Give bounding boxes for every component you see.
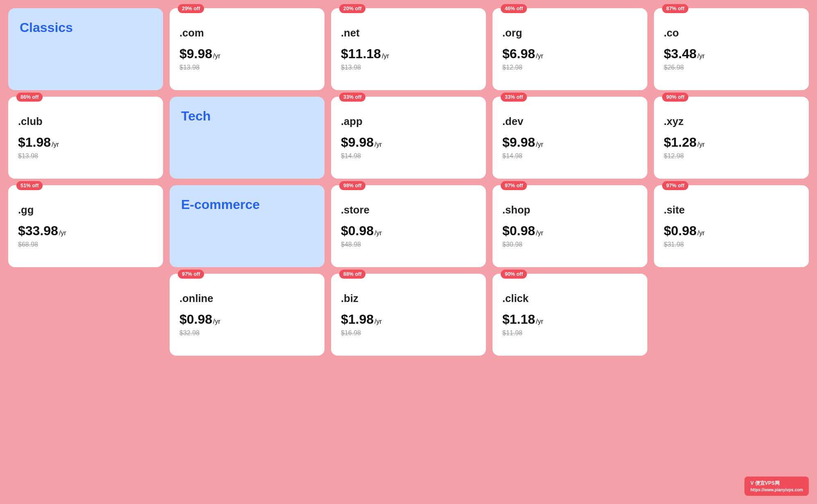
price-unit: /yr — [536, 229, 543, 237]
domain-card[interactable]: 97% off.site$0.98/yr$31.98 — [654, 185, 809, 267]
price-row: $0.98/yr — [341, 223, 476, 238]
category-card: E-commerce — [170, 185, 325, 267]
price-main: $9.98 — [179, 46, 212, 61]
price-main: $33.98 — [18, 223, 58, 238]
domain-name: .site — [664, 204, 799, 216]
domain-name: .online — [179, 293, 315, 304]
price-old: $30.98 — [502, 241, 638, 248]
domain-card[interactable]: 29% off.com$9.98/yr$13.98 — [170, 8, 325, 90]
category-label: Classics — [20, 20, 73, 35]
domain-card[interactable]: 87% off.co$3.48/yr$26.98 — [654, 8, 809, 90]
price-old: $11.98 — [502, 329, 638, 337]
discount-badge: 97% off — [178, 270, 204, 279]
category-card: Tech — [170, 97, 325, 179]
price-old: $14.98 — [341, 152, 476, 160]
price-unit: /yr — [52, 141, 59, 148]
domain-card[interactable]: 46% off.org$6.98/yr$12.98 — [492, 8, 647, 90]
domain-name: .shop — [502, 204, 638, 216]
domain-card[interactable]: 90% off.xyz$1.28/yr$12.98 — [654, 97, 809, 179]
price-unit: /yr — [536, 52, 543, 60]
domain-name: .co — [664, 27, 799, 39]
price-unit: /yr — [213, 318, 220, 325]
price-main: $0.98 — [341, 223, 374, 238]
discount-badge: 98% off — [339, 181, 365, 190]
price-unit: /yr — [59, 229, 66, 237]
price-row: $3.48/yr — [664, 46, 799, 61]
price-unit: /yr — [536, 141, 543, 148]
discount-badge: 33% off — [501, 93, 527, 102]
domain-name: .app — [341, 116, 476, 127]
price-old: $14.98 — [502, 152, 638, 160]
discount-badge: 97% off — [501, 181, 527, 190]
price-main: $6.98 — [502, 46, 535, 61]
domain-card[interactable]: 51% off.gg$33.98/yr$68.98 — [8, 185, 163, 267]
price-row: $11.18/yr — [341, 46, 476, 61]
price-row: $9.98/yr — [179, 46, 315, 61]
price-row: $9.98/yr — [341, 135, 476, 150]
domain-card[interactable]: 20% off.net$11.18/yr$13.98 — [331, 8, 486, 90]
domain-name: .club — [18, 116, 153, 127]
price-row: $6.98/yr — [502, 46, 638, 61]
price-unit: /yr — [536, 318, 543, 325]
domain-grid: Classics29% off.com$9.98/yr$13.9820% off… — [8, 8, 809, 444]
domain-name: .com — [179, 27, 315, 39]
price-row: $1.98/yr — [341, 312, 476, 327]
domain-name: .dev — [502, 116, 638, 127]
price-row: $0.98/yr — [664, 223, 799, 238]
domain-card[interactable]: 97% off.online$0.98/yr$32.98 — [170, 274, 325, 356]
discount-badge: 97% off — [662, 181, 688, 190]
price-main: $0.98 — [502, 223, 535, 238]
price-main: $11.18 — [341, 46, 381, 61]
price-row: $1.98/yr — [18, 135, 153, 150]
price-unit: /yr — [374, 141, 382, 148]
price-row: $1.18/yr — [502, 312, 638, 327]
price-main: $0.98 — [179, 312, 212, 327]
price-old: $26.98 — [664, 64, 799, 71]
price-main: $1.18 — [502, 312, 535, 327]
category-card: Classics — [8, 8, 163, 90]
price-row: $1.28/yr — [664, 135, 799, 150]
price-unit: /yr — [697, 141, 705, 148]
price-old: $13.98 — [341, 64, 476, 71]
price-main: $9.98 — [341, 135, 374, 150]
price-unit: /yr — [374, 229, 382, 237]
domain-card[interactable]: 33% off.dev$9.98/yr$14.98 — [492, 97, 647, 179]
domain-card[interactable]: 97% off.shop$0.98/yr$30.98 — [492, 185, 647, 267]
domain-name: .gg — [18, 204, 153, 216]
discount-badge: 20% off — [339, 4, 365, 13]
domain-name: .org — [502, 27, 638, 39]
price-old: $13.98 — [18, 152, 153, 160]
discount-badge: 90% off — [501, 270, 527, 279]
discount-badge: 33% off — [339, 93, 365, 102]
price-unit: /yr — [697, 52, 705, 60]
price-old: $68.98 — [18, 241, 153, 248]
price-old: $13.98 — [179, 64, 315, 71]
domain-card[interactable]: 33% off.app$9.98/yr$14.98 — [331, 97, 486, 179]
price-old: $16.98 — [341, 329, 476, 337]
domain-name: .xyz — [664, 116, 799, 127]
price-row: $0.98/yr — [502, 223, 638, 238]
price-old: $12.98 — [664, 152, 799, 160]
discount-badge: 46% off — [501, 4, 527, 13]
corner-badge: V 便宜VPS网https://www.pianyivps.com — [744, 477, 809, 496]
discount-badge: 90% off — [662, 93, 688, 102]
domain-card[interactable]: 86% off.club$1.98/yr$13.98 — [8, 97, 163, 179]
price-unit: /yr — [697, 229, 705, 237]
category-label: E-commerce — [181, 197, 260, 212]
discount-badge: 51% off — [16, 181, 43, 190]
price-main: $9.98 — [502, 135, 535, 150]
domain-card[interactable]: 90% off.click$1.18/yr$11.98 — [492, 274, 647, 356]
price-old: $31.98 — [664, 241, 799, 248]
price-main: $1.98 — [18, 135, 51, 150]
domain-card[interactable]: 88% off.biz$1.98/yr$16.98 — [331, 274, 486, 356]
price-main: $1.28 — [664, 135, 697, 150]
discount-badge: 29% off — [178, 4, 204, 13]
price-old: $32.98 — [179, 329, 315, 337]
domain-card[interactable]: 98% off.store$0.98/yr$48.98 — [331, 185, 486, 267]
discount-badge: 86% off — [16, 93, 43, 102]
price-main: $3.48 — [664, 46, 697, 61]
price-row: $0.98/yr — [179, 312, 315, 327]
category-label: Tech — [181, 108, 211, 124]
domain-name: .biz — [341, 293, 476, 304]
domain-name: .store — [341, 204, 476, 216]
